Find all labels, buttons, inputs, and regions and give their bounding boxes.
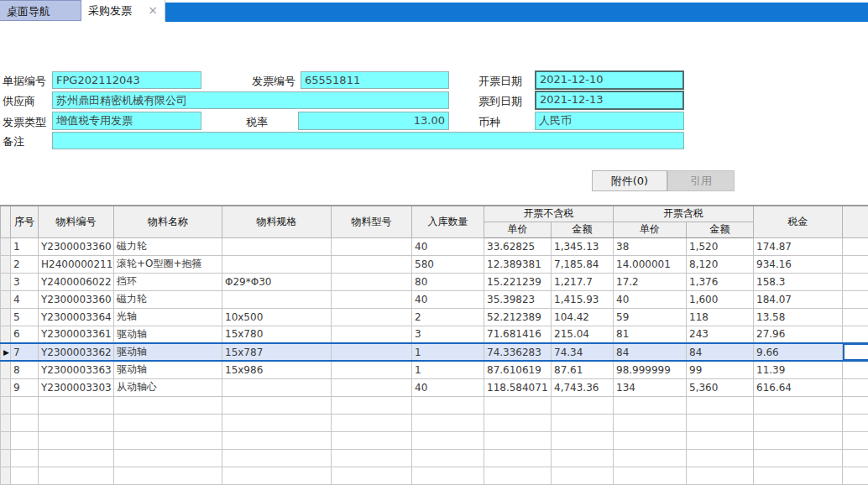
grid-cell[interactable]: 74.34 <box>552 343 614 361</box>
grid-cell[interactable] <box>39 449 114 467</box>
grid-cell[interactable] <box>332 378 412 396</box>
table-row[interactable]: 5Y2300003364光轴10x500252.212389104.425911… <box>1 308 868 326</box>
close-icon[interactable]: × <box>148 0 158 21</box>
grid-cell[interactable]: 2 <box>412 308 484 326</box>
grid-cell-extra[interactable] <box>843 343 868 361</box>
row-indicator[interactable] <box>1 273 11 290</box>
grid-cell[interactable]: 2 <box>11 255 39 273</box>
grid-cell[interactable] <box>552 467 614 484</box>
grid-cell[interactable]: 15x986 <box>222 361 332 378</box>
grid-cell[interactable]: 174.87 <box>754 237 843 255</box>
grid-cell[interactable]: Y2300003360 <box>39 290 114 308</box>
col-header-seq[interactable]: 序号 <box>11 206 39 237</box>
invoice-type-field[interactable]: 增值税专用发票 <box>52 112 201 130</box>
grid-cell[interactable] <box>484 414 552 431</box>
grid-cell[interactable] <box>552 431 614 449</box>
grid-cell[interactable] <box>843 414 868 431</box>
grid-cell[interactable]: 40 <box>412 378 484 396</box>
grid-cell[interactable] <box>332 431 412 449</box>
empty-row[interactable] <box>1 449 868 467</box>
grid-cell[interactable]: 35.39823 <box>484 290 552 308</box>
row-indicator[interactable]: ▶ <box>1 343 11 361</box>
tab-purchase-invoice[interactable]: 采购发票 × <box>81 0 165 21</box>
remark-field[interactable] <box>52 132 684 149</box>
currency-field[interactable]: 人民币 <box>535 112 684 130</box>
grid-cell[interactable]: 9 <box>11 378 39 396</box>
grid-cell[interactable] <box>484 396 552 414</box>
grid-cell[interactable]: 滚轮+O型圈+抱箍 <box>114 255 222 273</box>
grid-cell[interactable] <box>754 414 843 431</box>
grid-cell[interactable] <box>614 414 687 431</box>
grid-cell[interactable] <box>222 255 332 273</box>
grid-cell[interactable] <box>687 396 754 414</box>
grid-cell[interactable]: 14.000001 <box>614 255 687 273</box>
grid-cell[interactable] <box>843 396 868 414</box>
grid-cell[interactable] <box>332 343 412 361</box>
table-row[interactable]: 3Y2400006022挡环Φ29*Φ308015.2212391,217.71… <box>1 273 868 290</box>
grid-cell[interactable] <box>484 467 552 484</box>
table-row[interactable]: 1Y2300003360磁力轮4033.628251,345.13381,520… <box>1 237 868 255</box>
empty-row[interactable] <box>1 396 868 414</box>
arrival-date-field[interactable]: 2021-12-13 <box>535 91 684 110</box>
grid-cell[interactable] <box>222 290 332 308</box>
col-header-material-name[interactable]: 物料名称 <box>114 206 222 237</box>
grid-cell[interactable] <box>332 449 412 467</box>
grid-cell[interactable]: Y2300003360 <box>39 237 114 255</box>
grid-cell[interactable] <box>754 396 843 414</box>
grid-cell[interactable] <box>754 449 843 467</box>
grid-cell[interactable]: 5,360 <box>687 378 754 396</box>
grid-cell[interactable] <box>484 449 552 467</box>
grid-cell[interactable]: H2400000211 <box>39 255 114 273</box>
grid-cell[interactable] <box>114 414 222 431</box>
grid-cell[interactable]: 7 <box>11 343 39 361</box>
col-header-excl-unit-price[interactable]: 单价 <box>484 222 552 237</box>
row-indicator[interactable] <box>1 378 11 396</box>
grid-cell[interactable]: 99 <box>687 361 754 378</box>
grid-cell-extra[interactable] <box>843 378 868 396</box>
row-indicator[interactable] <box>1 290 11 308</box>
grid-cell[interactable]: 8,120 <box>687 255 754 273</box>
grid-cell[interactable]: 87.610619 <box>484 361 552 378</box>
grid-cell[interactable]: 光轴 <box>114 308 222 326</box>
grid-cell[interactable]: 磁力轮 <box>114 290 222 308</box>
grid-cell[interactable]: 7,185.84 <box>552 255 614 273</box>
grid-cell[interactable] <box>614 396 687 414</box>
grid-cell[interactable]: 1,600 <box>687 290 754 308</box>
grid-cell[interactable] <box>484 431 552 449</box>
grid-cell[interactable]: Y2300003361 <box>39 326 114 343</box>
grid-cell[interactable] <box>332 290 412 308</box>
row-indicator[interactable] <box>1 431 11 449</box>
grid-cell[interactable] <box>222 396 332 414</box>
grid-cell[interactable]: Y2300003303 <box>39 378 114 396</box>
grid-cell[interactable] <box>11 396 39 414</box>
row-indicator[interactable] <box>1 237 11 255</box>
grid-cell[interactable]: 40 <box>412 290 484 308</box>
grid-cell[interactable]: 243 <box>687 326 754 343</box>
grid-cell[interactable]: 80 <box>412 273 484 290</box>
grid-cell[interactable] <box>39 396 114 414</box>
grid-cell[interactable] <box>11 467 39 484</box>
grid-cell[interactable] <box>222 414 332 431</box>
grid-cell[interactable]: 1 <box>412 361 484 378</box>
grid-cell[interactable]: 1,217.7 <box>552 273 614 290</box>
grid-cell[interactable]: 134 <box>614 378 687 396</box>
grid-cell[interactable] <box>39 414 114 431</box>
grid-cell[interactable]: 40 <box>412 237 484 255</box>
grid-cell[interactable]: 158.3 <box>754 273 843 290</box>
col-header-excl-tax-group[interactable]: 开票不含税 <box>484 206 614 222</box>
invoice-date-field[interactable]: 2021-12-10 <box>535 70 684 90</box>
grid-cell[interactable]: 12.389381 <box>484 255 552 273</box>
grid-cell[interactable]: 580 <box>412 255 484 273</box>
grid-cell[interactable] <box>332 467 412 484</box>
supplier-field[interactable]: 苏州鼎田精密机械有限公司 <box>52 91 449 109</box>
grid-cell[interactable] <box>114 449 222 467</box>
grid-cell[interactable] <box>412 467 484 484</box>
grid-cell[interactable] <box>754 431 843 449</box>
grid-cell[interactable] <box>332 396 412 414</box>
grid-cell[interactable]: 52.212389 <box>484 308 552 326</box>
grid-cell[interactable]: 87.61 <box>552 361 614 378</box>
grid-cell[interactable]: 616.64 <box>754 378 843 396</box>
col-header-incl-tax-group[interactable]: 开票含税 <box>614 206 754 222</box>
table-row[interactable]: 4Y2300003360磁力轮4035.398231,415.93401,600… <box>1 290 868 308</box>
grid-cell[interactable] <box>11 431 39 449</box>
